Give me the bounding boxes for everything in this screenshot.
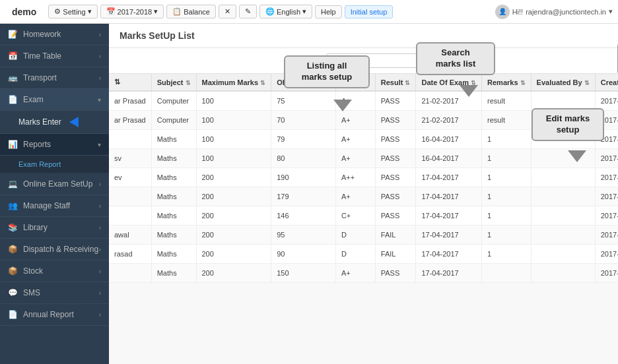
table-cell [531, 91, 595, 111]
table-cell: 2017-04-17 09:25:35 [595, 264, 618, 283]
year-button[interactable]: 📅 2017-2018 ▾ [100, 5, 164, 18]
close-button[interactable]: ✕ [219, 5, 236, 18]
table-cell [109, 206, 151, 226]
sidebar-item-library[interactable]: 📚Library › [0, 217, 109, 239]
search-label: Search: [295, 56, 322, 65]
table-cell: 1 [482, 245, 532, 264]
sidebar-item-sms[interactable]: 💬SMS › [0, 282, 109, 304]
library-icon: 📚 [8, 223, 18, 232]
table-cell: 80 [271, 149, 336, 168]
close-icon: ✕ [224, 7, 230, 16]
marks-table: ⇅ Subject ⇅ Maximum Marks ⇅ Obtain Marks… [109, 74, 618, 283]
initial-setup-button[interactable]: Initial setup [345, 5, 394, 18]
search-input[interactable] [326, 53, 432, 68]
col-created[interactable]: Created On ⇅ [595, 74, 618, 91]
edit-button[interactable]: ✎ [239, 5, 257, 18]
table-cell: 95 [271, 226, 336, 245]
language-button[interactable]: 🌐 English ▾ [259, 5, 312, 18]
sidebar-item-stock[interactable]: 📦Stock › [0, 260, 109, 282]
table-cell: 2017-04-17 09:25:24 [595, 245, 618, 264]
sidebar-item-homework[interactable]: 📝Homework › [0, 24, 109, 46]
table-cell: 1 [482, 149, 532, 168]
homework-icon: 📝 [8, 30, 18, 39]
table-cell: Computer [151, 111, 196, 130]
col-subject[interactable]: Subject ⇅ [151, 74, 196, 91]
search-bar: Search: [109, 48, 618, 74]
chevron-down-icon: ▾ [609, 7, 613, 16]
table-row: Maths200179A+PASS17-04-201712017-04-17 0… [109, 187, 618, 206]
sidebar-item-manage-staff[interactable]: 👥Manage Staff › [0, 195, 109, 217]
col-evaluated[interactable]: Evaluated By ⇅ [531, 74, 595, 91]
table-row: rasadMaths20090DFAIL17-04-201712017-04-1… [109, 245, 618, 264]
table-cell: 150 [271, 264, 336, 283]
sidebar-sub-reports: Exam Report [0, 156, 109, 173]
col-result[interactable]: Result ⇅ [375, 74, 416, 91]
table-row: svMaths10080A+PASS16-04-201712017-04-16 … [109, 149, 618, 168]
chevron-icon: › [99, 75, 101, 82]
table-cell [531, 245, 595, 264]
sidebar-item-exam[interactable]: 📄Exam ▾ [0, 89, 109, 111]
help-button[interactable]: Help [315, 5, 342, 18]
table-cell: A+ [335, 111, 375, 130]
chevron-icon: › [99, 31, 101, 38]
col-grade[interactable]: Grade ⇅ [335, 74, 375, 91]
table-cell: 70 [271, 111, 336, 130]
col-max-marks[interactable]: Maximum Marks ⇅ [196, 74, 271, 91]
table-cell: PASS [375, 264, 416, 283]
table-cell [531, 226, 595, 245]
table-cell: ar Prasad [109, 91, 151, 111]
balance-button[interactable]: 📋 Balance [166, 5, 216, 18]
table-cell: 200 [196, 206, 271, 226]
table-cell: A+ [335, 91, 375, 111]
table-cell: 2017-04-17 09:24:26 [595, 226, 618, 245]
table-cell: result [482, 91, 532, 111]
table-cell [109, 130, 151, 149]
col-remarks[interactable]: Remarks ⇅ [482, 74, 532, 91]
online-exam-icon: 💻 [8, 179, 18, 189]
table-cell: 2017-04-17 09:24:12 [595, 206, 618, 226]
chevron-icon: › [99, 202, 101, 210]
col-obtain-marks[interactable]: Obtain Marks ⇅ [271, 74, 336, 91]
table-cell: A+ [335, 187, 375, 206]
sidebar-item-marks-enter[interactable]: Marks Enter [0, 111, 109, 134]
table-cell: 2017-02-21 13:56:23 [595, 111, 618, 130]
table-cell: A+ [335, 264, 375, 283]
dispatch-icon: 📦 [8, 245, 18, 254]
table-cell: 2017-02-21 10:51:08 [595, 91, 618, 111]
table-cell: FAIL [375, 245, 416, 264]
table-cell: 1 [482, 187, 532, 206]
table-row: Maths200150A+PASS17-04-20172017-04-17 09… [109, 264, 618, 283]
table-body: ar PrasadComputer10075A+PASS21-02-2017re… [109, 91, 618, 283]
sidebar-item-exam-report[interactable]: Exam Report [0, 156, 109, 173]
table-cell: ar Prasad [109, 111, 151, 130]
user-email: rajendra@junctiontech.in [526, 8, 606, 16]
sidebar-item-online-exam[interactable]: 💻Online Exam SetUp › [0, 173, 109, 195]
setting-button[interactable]: ⚙ Setting ▾ [48, 5, 97, 18]
table-row: Maths10079A+PASS16-04-201712017-04-16 07… [109, 130, 618, 149]
table-cell: 17-04-2017 [416, 168, 482, 187]
sidebar-item-timetable[interactable]: 📅Time Table › [0, 46, 109, 67]
table-row: ar PrasadComputer10070A+PASS21-02-2017re… [109, 111, 618, 130]
sidebar-item-transport[interactable]: 🚌Transport › [0, 67, 109, 89]
table-cell: 146 [271, 206, 336, 226]
table-cell: 16-04-2017 [416, 149, 482, 168]
table-cell: 17-04-2017 [416, 245, 482, 264]
table-row: Maths200146C+PASS17-04-201712017-04-17 0… [109, 206, 618, 226]
chevron-icon: › [99, 311, 101, 318]
chevron-down-icon: ▾ [88, 7, 92, 16]
col-date[interactable]: Date Of Exam ⇅ [416, 74, 482, 91]
sidebar-item-annual-report[interactable]: 📄Annual Report › [0, 304, 109, 326]
sidebar-item-reports[interactable]: 📊 Reports ▾ [0, 134, 109, 156]
sidebar-item-dispatch[interactable]: 📦Dispatch & Receiving › [0, 239, 109, 260]
table-cell: 200 [196, 245, 271, 264]
avatar: 👤 [495, 5, 510, 19]
page-title: Marks SetUp List [120, 30, 195, 41]
pencil-icon: ✎ [245, 7, 251, 16]
table-cell: C+ [335, 206, 375, 226]
table-cell [531, 168, 595, 187]
table-cell: 200 [196, 226, 271, 245]
col-sort[interactable]: ⇅ [109, 74, 151, 91]
table-cell: Maths [151, 149, 196, 168]
table-cell: 179 [271, 187, 336, 206]
table-cell: PASS [375, 91, 416, 111]
